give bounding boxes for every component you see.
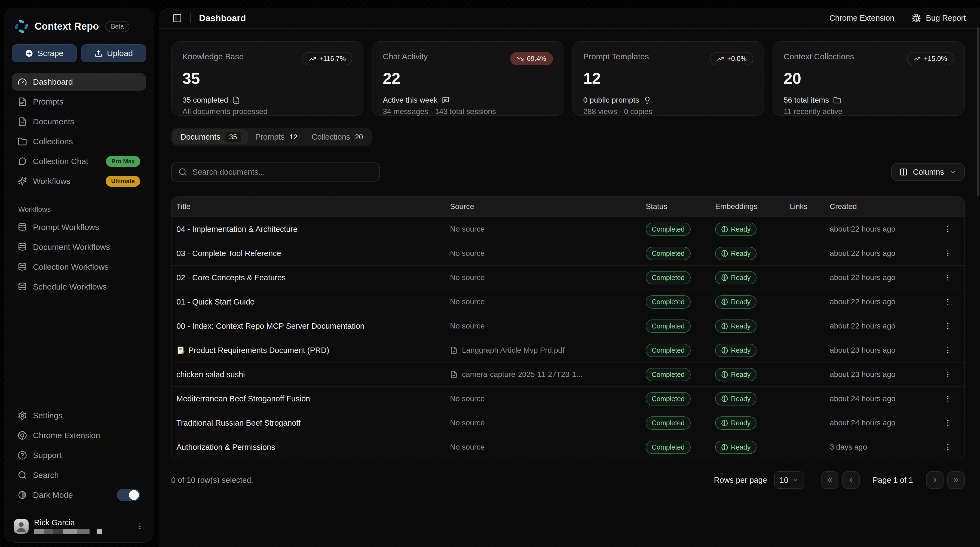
folder-icon — [18, 137, 27, 146]
row-menu-button[interactable] — [944, 370, 952, 378]
sidebar-item-schedule-workflows[interactable]: Schedule Workflows — [12, 278, 146, 296]
columns-button[interactable]: Columns — [891, 163, 965, 181]
user-profile[interactable]: Rick Garcia — [12, 515, 146, 534]
embeddings-badge: Ready — [715, 247, 757, 260]
previous-page-button[interactable] — [842, 471, 860, 489]
status-badge: Completed — [646, 440, 690, 454]
trend-badge: 69.4% — [510, 52, 553, 65]
upload-button[interactable]: Upload — [81, 45, 146, 62]
status-badge: Completed — [646, 223, 690, 236]
sidebar-toggle-button[interactable] — [172, 13, 182, 23]
scrollbar-thumb[interactable] — [977, 27, 979, 196]
sidebar-item-support[interactable]: Support — [12, 447, 146, 464]
row-menu-button[interactable] — [944, 419, 952, 427]
sidebar-item-collection-chat[interactable]: Collection Chat Pro Max — [12, 153, 146, 170]
sidebar-item-collection-workflows[interactable]: Collection Workflows — [12, 258, 146, 276]
scrape-button[interactable]: Scrape — [12, 45, 77, 62]
row-menu-button[interactable] — [944, 249, 952, 258]
rows-per-page-label: Rows per page — [714, 476, 767, 485]
row-menu-button[interactable] — [944, 443, 952, 451]
user-menu-button[interactable] — [136, 522, 144, 530]
row-menu-button[interactable] — [944, 322, 952, 330]
table-row[interactable]: Product Requirements Document (PRD) Lang… — [172, 338, 964, 362]
table-footer: 0 of 10 row(s) selected. Rows per page 1… — [171, 471, 965, 500]
table-row[interactable]: 02 - Core Concepts & Features No source … — [172, 266, 964, 289]
stat-value: 20 — [784, 70, 954, 87]
sidebar-item-workflows[interactable]: Workflows Ultimate — [12, 173, 146, 190]
sidebar-item-prompt-workflows[interactable]: Prompt Workflows — [12, 218, 146, 236]
first-page-button[interactable] — [821, 471, 838, 489]
table-row[interactable]: Authorization & Permissions No source Co… — [172, 435, 964, 459]
tab-count: 35 — [225, 132, 241, 142]
folder-icon — [833, 96, 841, 104]
tab-documents[interactable]: Documents 35 — [173, 130, 248, 144]
dark-mode-toggle[interactable] — [117, 489, 140, 501]
file-icon — [18, 117, 27, 126]
brain-icon — [721, 419, 728, 426]
sidebar-item-search[interactable]: Search — [12, 466, 146, 484]
message-square-icon — [442, 96, 449, 104]
sidebar-item-dashboard[interactable]: Dashboard — [12, 73, 146, 91]
table-header: Title Source Status Embeddings Links Cre… — [172, 197, 964, 217]
last-page-button[interactable] — [947, 471, 965, 489]
sidebar-item-dark-mode[interactable]: Dark Mode — [12, 486, 146, 504]
brain-icon — [721, 226, 728, 233]
stat-subtitle: Active this week — [383, 96, 553, 105]
bug-icon — [912, 14, 921, 23]
row-menu-button[interactable] — [944, 298, 952, 306]
sidebar-item-prompts[interactable]: Prompts — [12, 93, 146, 110]
dots-vertical-icon — [944, 370, 952, 378]
dots-vertical-icon — [944, 225, 952, 233]
chrome-icon — [18, 431, 27, 440]
brain-icon — [721, 250, 728, 257]
trend-badge: +15.0% — [907, 52, 954, 65]
table-row[interactable]: 04 - Implementation & Architecture No so… — [172, 217, 964, 241]
help-circle-icon — [18, 451, 27, 460]
sidebar-item-collections[interactable]: Collections — [12, 133, 146, 150]
database-icon — [18, 223, 27, 232]
bug-report-link[interactable]: Bug Report — [912, 14, 966, 23]
embeddings-badge: Ready — [715, 392, 757, 405]
tab-prompts[interactable]: Prompts 12 — [248, 130, 305, 144]
sidebar-item-settings[interactable]: Settings — [12, 407, 146, 424]
documents-table: Title Source Status Embeddings Links Cre… — [171, 196, 965, 460]
table-row[interactable]: Mediterranean Beef Stroganoff Fusion No … — [172, 386, 964, 411]
trending-up-icon — [309, 55, 316, 62]
trend-badge: +0.0% — [710, 52, 753, 65]
rows-per-page-select[interactable]: 10 — [774, 471, 804, 489]
sidebar-item-document-workflows[interactable]: Document Workflows — [12, 239, 146, 256]
tab-collections[interactable]: Collections 20 — [305, 130, 370, 144]
table-row[interactable]: 03 - Complete Tool Reference No source C… — [172, 241, 964, 266]
app-logo-icon — [14, 19, 29, 34]
trending-up-icon — [717, 55, 724, 62]
sidebar-item-chrome-extension[interactable]: Chrome Extension — [12, 427, 146, 444]
dots-vertical-icon — [944, 346, 952, 354]
toggle-knob — [129, 490, 139, 500]
table-row[interactable]: 00 - Index: Context Repo MCP Server Docu… — [172, 314, 964, 338]
stat-value: 35 — [182, 70, 352, 87]
chrome-extension-link[interactable]: Chrome Extension — [829, 14, 894, 22]
avatar — [14, 519, 29, 534]
next-page-button[interactable] — [926, 471, 943, 489]
gear-icon — [18, 411, 27, 420]
search-input[interactable] — [192, 168, 373, 177]
stat-description: All documents processed — [182, 107, 352, 116]
chevron-down-icon — [792, 477, 799, 483]
sidebar-item-documents[interactable]: Documents — [12, 113, 146, 130]
table-row[interactable]: chicken salad sushi camera-capture-2025-… — [172, 362, 964, 386]
table-row[interactable]: Traditional Russian Beef Stroganoff No s… — [172, 411, 964, 435]
row-menu-button[interactable] — [944, 346, 952, 354]
beta-badge: Beta — [105, 21, 129, 32]
table-row[interactable]: 01 - Quick Start Guide No source Complet… — [172, 289, 964, 314]
selection-status: 0 of 10 row(s) selected. — [171, 476, 253, 485]
row-menu-button[interactable] — [944, 394, 952, 403]
brain-icon — [721, 274, 728, 281]
embeddings-badge: Ready — [715, 417, 757, 430]
status-badge: Completed — [646, 247, 690, 260]
row-menu-button[interactable] — [944, 225, 952, 233]
stat-description: 11 recently active — [784, 107, 954, 116]
stat-description: 34 messages · 143 total sessions — [383, 107, 553, 116]
content-tabs: Documents 35 Prompts 12 Collections 20 — [171, 128, 372, 146]
sidebar-nav: Dashboard Prompts Documents Collections … — [12, 73, 146, 190]
row-menu-button[interactable] — [944, 274, 952, 281]
